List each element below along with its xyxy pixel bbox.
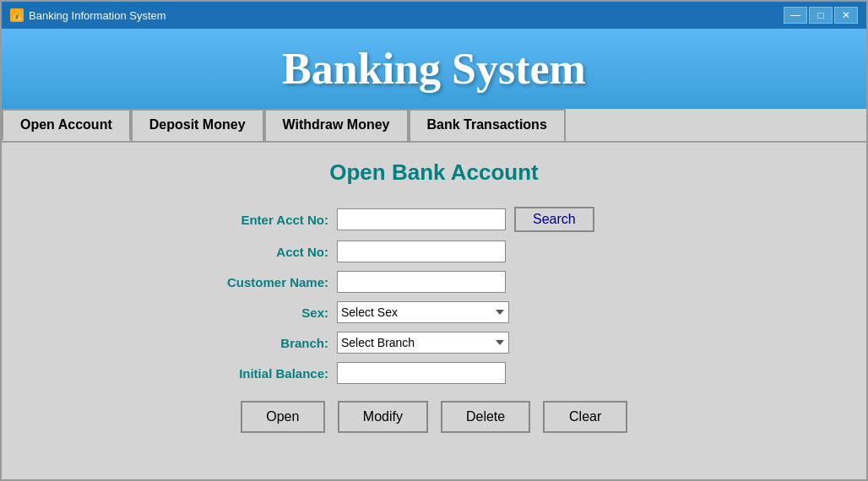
form-grid: Enter Acct No: Search Acct No: Customer … <box>202 207 666 384</box>
window-title: Banking Information System <box>29 9 166 22</box>
tab-open-account[interactable]: Open Account <box>2 109 131 141</box>
form-title: Open Bank Account <box>27 159 841 186</box>
app-title: Banking System <box>282 44 586 94</box>
acct-no-row: Acct No: <box>202 240 666 262</box>
enter-acct-no-input[interactable] <box>337 208 506 230</box>
title-bar: 💰 Banking Information System — □ ✕ <box>2 2 866 29</box>
app-icon: 💰 <box>10 8 24 22</box>
initial-balance-row: Initial Balance: <box>202 362 666 384</box>
header-banner: Banking System <box>2 29 866 109</box>
tab-deposit-money[interactable]: Deposit Money <box>131 109 264 141</box>
branch-select[interactable]: Select Branch Main Branch North Branch S… <box>337 332 509 354</box>
enter-acct-no-label: Enter Acct No: <box>202 213 328 227</box>
acct-no-label: Acct No: <box>202 245 328 259</box>
button-row: Open Modify Delete Clear <box>27 401 841 433</box>
modify-button[interactable]: Modify <box>338 401 428 433</box>
minimize-button[interactable]: — <box>784 7 807 24</box>
customer-name-input[interactable] <box>337 271 506 293</box>
initial-balance-input[interactable] <box>337 362 506 384</box>
initial-balance-label: Initial Balance: <box>202 366 328 381</box>
maximize-button[interactable]: □ <box>809 7 833 24</box>
clear-button[interactable]: Clear <box>543 401 627 433</box>
open-button[interactable]: Open <box>241 401 325 433</box>
sex-label: Sex: <box>202 305 328 320</box>
tab-withdraw-money[interactable]: Withdraw Money <box>264 109 409 141</box>
title-bar-left: 💰 Banking Information System <box>10 8 166 22</box>
tab-bar: Open Account Deposit Money Withdraw Mone… <box>2 109 866 143</box>
branch-label: Branch: <box>202 336 328 350</box>
tab-bank-transactions[interactable]: Bank Transactions <box>409 109 566 141</box>
content-area: Open Bank Account Enter Acct No: Search … <box>2 143 866 479</box>
customer-name-label: Customer Name: <box>202 275 328 289</box>
delete-button[interactable]: Delete <box>441 401 530 433</box>
search-button[interactable]: Search <box>514 207 594 232</box>
acct-no-input[interactable] <box>337 240 506 262</box>
enter-acct-no-row: Enter Acct No: Search <box>202 207 666 232</box>
branch-row: Branch: Select Branch Main Branch North … <box>202 332 666 354</box>
sex-row: Sex: Select Sex Male Female <box>202 301 666 323</box>
close-button[interactable]: ✕ <box>834 7 858 24</box>
customer-name-row: Customer Name: <box>202 271 666 293</box>
title-bar-controls: — □ ✕ <box>784 7 858 24</box>
sex-select[interactable]: Select Sex Male Female <box>337 301 509 323</box>
main-window: 💰 Banking Information System — □ ✕ Banki… <box>0 0 868 481</box>
